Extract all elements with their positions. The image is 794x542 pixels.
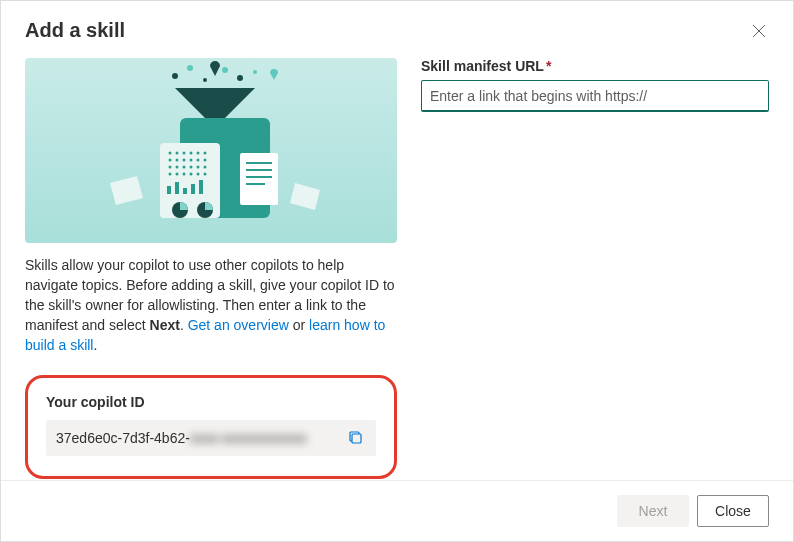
copy-icon[interactable]: [346, 428, 366, 448]
svg-point-18: [197, 159, 200, 162]
svg-point-21: [176, 166, 179, 169]
close-icon[interactable]: [749, 21, 769, 41]
svg-point-25: [204, 166, 207, 169]
svg-point-1: [187, 65, 193, 71]
copilot-id-row: 37ed6e0c-7d3f-4b62-xxxx-xxxxxxxxxxxx: [46, 420, 376, 456]
svg-point-9: [176, 152, 179, 155]
svg-point-28: [183, 173, 186, 176]
svg-point-27: [176, 173, 179, 176]
svg-point-17: [190, 159, 193, 162]
svg-rect-39: [240, 153, 278, 205]
next-button[interactable]: Next: [617, 495, 689, 527]
svg-point-22: [183, 166, 186, 169]
svg-point-31: [204, 173, 207, 176]
right-column: Skill manifest URL*: [421, 58, 769, 464]
svg-rect-44: [352, 434, 361, 443]
svg-point-0: [172, 73, 178, 79]
svg-point-19: [204, 159, 207, 162]
svg-point-4: [237, 75, 243, 81]
svg-point-24: [197, 166, 200, 169]
left-column: Skills allow your copilot to use other c…: [25, 58, 397, 464]
copilot-id-label: Your copilot ID: [46, 394, 376, 410]
svg-point-20: [169, 166, 172, 169]
svg-point-5: [253, 70, 257, 74]
svg-rect-32: [167, 186, 171, 194]
svg-rect-35: [191, 184, 195, 194]
svg-point-15: [176, 159, 179, 162]
close-button[interactable]: Close: [697, 495, 769, 527]
svg-point-3: [222, 67, 228, 73]
copilot-id-box: Your copilot ID 37ed6e0c-7d3f-4b62-xxxx-…: [25, 375, 397, 479]
url-field-label: Skill manifest URL*: [421, 58, 769, 74]
svg-point-11: [190, 152, 193, 155]
svg-point-30: [197, 173, 200, 176]
svg-rect-36: [199, 180, 203, 194]
svg-rect-34: [183, 188, 187, 194]
dialog-content: Skills allow your copilot to use other c…: [1, 50, 793, 480]
dialog-header: Add a skill: [1, 1, 793, 50]
copilot-id-value: 37ed6e0c-7d3f-4b62-xxxx-xxxxxxxxxxxx: [56, 430, 346, 446]
svg-rect-33: [175, 182, 179, 194]
dialog-footer: Next Close: [1, 480, 793, 541]
svg-point-23: [190, 166, 193, 169]
svg-point-2: [203, 78, 207, 82]
svg-point-26: [169, 173, 172, 176]
skill-illustration: [25, 58, 397, 243]
svg-point-10: [183, 152, 186, 155]
svg-point-16: [183, 159, 186, 162]
required-indicator: *: [546, 58, 551, 74]
svg-point-14: [169, 159, 172, 162]
svg-point-29: [190, 173, 193, 176]
description-text: Skills allow your copilot to use other c…: [25, 255, 397, 355]
svg-point-12: [197, 152, 200, 155]
skill-manifest-url-input[interactable]: [421, 80, 769, 112]
dialog-title: Add a skill: [25, 19, 125, 42]
get-overview-link[interactable]: Get an overview: [188, 317, 289, 333]
svg-point-8: [169, 152, 172, 155]
svg-point-13: [204, 152, 207, 155]
